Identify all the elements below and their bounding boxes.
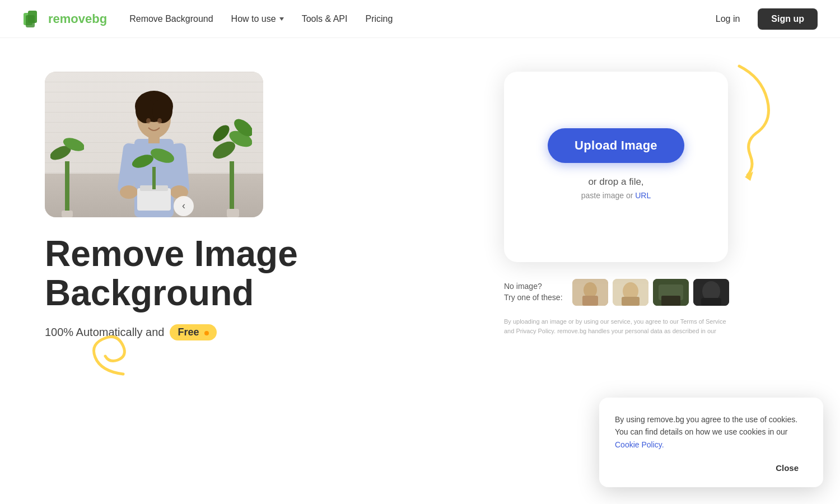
disclaimer-text: By uploading an image or by using our se…: [504, 317, 728, 335]
svg-rect-2: [26, 15, 35, 27]
plant-left-icon: [50, 116, 84, 217]
deco-spiral-icon: [78, 324, 146, 380]
svg-rect-29: [62, 211, 73, 217]
svg-point-32: [584, 282, 597, 298]
cookie-banner: By using remove.bg you agree to the use …: [599, 398, 823, 487]
sample-thumb-4[interactable]: [693, 279, 729, 306]
svg-rect-14: [137, 188, 171, 211]
nav-links: Remove Background How to use Tools & API…: [129, 14, 709, 24]
svg-point-24: [146, 118, 151, 124]
svg-rect-39: [661, 296, 680, 306]
no-image-text: No image? Try one of these:: [504, 281, 566, 303]
svg-rect-16: [152, 167, 156, 189]
nav-item-tools-api[interactable]: Tools & API: [302, 14, 348, 24]
svg-point-12: [120, 185, 138, 199]
logo-text: removebg: [48, 12, 107, 26]
main-content: ‹ Remove Image Background 100% Automatic…: [0, 38, 840, 363]
nav-item-pricing[interactable]: Pricing: [365, 14, 393, 24]
free-badge: Free: [170, 324, 216, 340]
hero-heading: Remove Image Background: [45, 234, 403, 313]
samples-row: No image? Try one of these:: [504, 279, 728, 306]
sample-thumb-1[interactable]: [572, 279, 608, 306]
right-side: Upload Image or drop a file, paste image…: [437, 72, 795, 340]
cookie-policy-link[interactable]: Cookie Policy.: [615, 440, 664, 449]
sample-thumb-3[interactable]: [653, 279, 689, 306]
logo[interactable]: removebg: [22, 8, 107, 30]
svg-rect-26: [65, 161, 69, 217]
drop-text: or drop a file,: [588, 176, 643, 188]
navbar: removebg Remove Background How to use To…: [0, 0, 840, 38]
svg-point-6: [213, 122, 232, 144]
signup-button[interactable]: Sign up: [758, 8, 818, 30]
url-link[interactable]: URL: [635, 191, 651, 200]
nav-item-remove-bg[interactable]: Remove Background: [129, 14, 213, 24]
plant-right-icon: [213, 105, 252, 217]
svg-rect-36: [622, 297, 640, 306]
paste-text: paste image or URL: [581, 191, 651, 200]
svg-rect-33: [582, 296, 598, 306]
chevron-down-icon: [279, 17, 284, 21]
svg-point-25: [157, 118, 162, 124]
hero-image: [45, 72, 263, 217]
upload-card: Upload Image or drop a file, paste image…: [504, 72, 728, 262]
left-side: ‹ Remove Image Background 100% Automatic…: [45, 72, 403, 340]
svg-point-23: [152, 99, 172, 123]
sample-thumbs: [572, 279, 729, 306]
svg-rect-42: [701, 298, 721, 306]
upload-image-button[interactable]: Upload Image: [548, 128, 684, 163]
logo-icon: [22, 8, 44, 30]
prev-image-button[interactable]: ‹: [174, 196, 194, 216]
badge-dot: [204, 331, 209, 335]
cookie-text: By using remove.bg you agree to the use …: [615, 413, 808, 451]
svg-rect-8: [227, 209, 239, 217]
nav-item-how-to-use[interactable]: How to use: [231, 14, 284, 24]
cookie-close-button[interactable]: Close: [767, 460, 808, 476]
login-button[interactable]: Log in: [709, 10, 747, 29]
sample-thumb-2[interactable]: [613, 279, 648, 306]
nav-right: Log in Sign up: [709, 8, 818, 30]
